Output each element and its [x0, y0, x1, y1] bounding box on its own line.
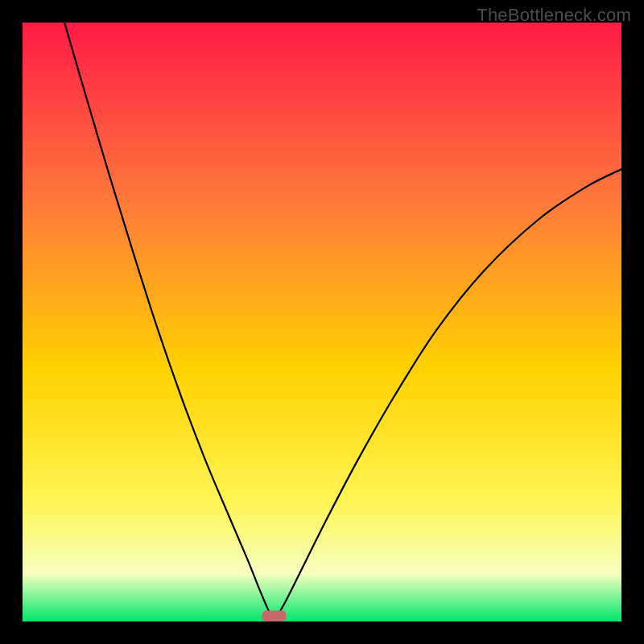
chart-svg: [23, 23, 621, 621]
watermark-text: TheBottleneck.com: [477, 5, 631, 26]
plot-area: [23, 23, 621, 621]
outer-frame: TheBottleneck.com: [0, 0, 644, 644]
curve-left-branch: [64, 23, 274, 621]
optimum-marker: [262, 611, 287, 621]
curve-right-branch: [274, 169, 621, 621]
